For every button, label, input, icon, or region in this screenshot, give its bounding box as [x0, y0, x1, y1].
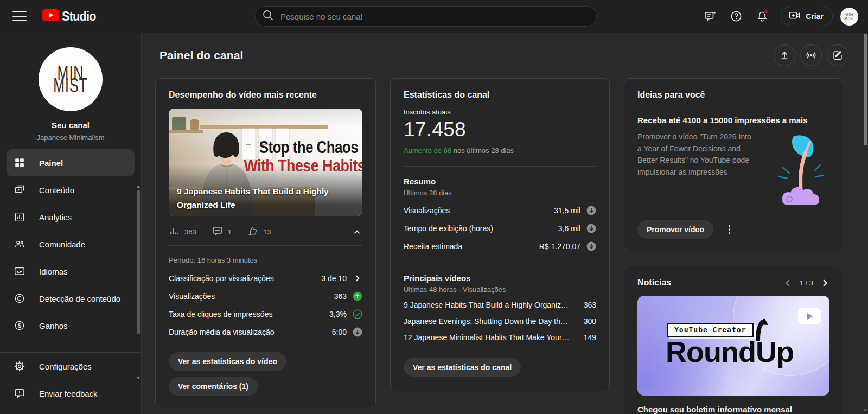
banner-wordmark: RoundUp [666, 335, 794, 368]
page-title: Painel do canal [159, 49, 243, 62]
video-analytics-button[interactable]: Ver as estatísticas do vídeo [169, 352, 286, 371]
upload-video-button[interactable] [774, 44, 795, 66]
trend-down-icon [586, 206, 596, 215]
kebab-menu-icon[interactable] [726, 222, 733, 237]
analytics-icon [13, 211, 26, 224]
thumbnail-headline-black: Stop the Chaos [259, 138, 358, 158]
summary-row-revenue: Receita estimada R$ 1.270,07 [404, 237, 596, 255]
channel-avatar[interactable]: MIN MIST [39, 47, 103, 111]
sidebar: MIN MIST Seu canal Japanese Minimalism P… [0, 33, 142, 414]
chevron-right-icon [353, 273, 362, 283]
settings-gear-icon [13, 360, 26, 373]
latest-video-card: Desempenho do vídeo mais recente [155, 78, 376, 407]
summary-rows: Visualizações 31,5 mil Tempo de exibição… [404, 201, 596, 255]
channel-name: Japanese Minimalism [0, 133, 141, 142]
ideas-actions: Promover vídeo [637, 220, 732, 239]
earnings-icon: $ [13, 319, 26, 332]
sidebar-scroll-down-icon[interactable] [137, 377, 140, 379]
feedback-icon [13, 387, 26, 400]
svg-text:$: $ [18, 323, 21, 329]
ideas-body-text: Promover o vídeo "Turn 2026 Into a Year … [637, 131, 756, 178]
page-scrollbar[interactable] [864, 34, 867, 145]
sidebar-item-painel[interactable]: Painel [7, 149, 135, 176]
send-feedback-icon[interactable] [699, 5, 721, 27]
sidebar-item-feedback[interactable]: Enviar feedback [7, 380, 135, 407]
card-divider [169, 245, 362, 246]
collapse-chevron-up-icon[interactable] [352, 227, 362, 238]
top-videos-title: Principais vídeos [404, 273, 596, 283]
news-banner[interactable]: YouTube Creator RoundUp [637, 296, 829, 396]
search-input[interactable] [280, 12, 590, 21]
ideas-card-title: Ideias para você [637, 90, 829, 100]
subscriber-growth: Aumento de 68 nos últimos 28 dias [404, 147, 596, 155]
sidebar-item-ganhos[interactable]: $ Ganhos [7, 312, 135, 339]
community-icon [13, 238, 26, 251]
notifications-icon[interactable] [751, 5, 773, 27]
video-thumbnail[interactable]: Stop the Chaos With These Habits 9 Japan… [169, 109, 362, 216]
third-column: Ideias para você Receba até 4100 a 15000… [624, 78, 843, 414]
summary-period: Últimos 28 dias [404, 189, 596, 197]
top-video-row[interactable]: Japanese Evenings: Shutting Down the Day… [404, 313, 596, 329]
topbar-actions: Criar MIN MIST [699, 0, 858, 33]
help-icon[interactable] [725, 5, 747, 27]
sprout-illustration [773, 133, 827, 212]
create-video-icon [788, 9, 801, 23]
create-button[interactable]: Criar [781, 7, 833, 26]
card-divider [404, 166, 596, 167]
create-label: Criar [806, 12, 824, 21]
news-pagination: 1 / 3 [783, 278, 829, 288]
video-metrics: Classificação por visualizações 3 de 10 … [169, 269, 362, 341]
news-header: Notícias 1 / 3 [637, 278, 829, 288]
topbar: Studio Criar [0, 0, 868, 33]
news-headline: Chegou seu boletim informativo mensal [637, 405, 829, 414]
summary-row-views: Visualizações 31,5 mil [404, 201, 596, 219]
promote-video-button[interactable]: Promover vídeo [637, 220, 713, 239]
latest-video-card-title: Desempenho do vídeo mais recente [169, 90, 362, 100]
header-actions [774, 44, 848, 66]
main-content: Painel do canal Desempenho do víd [142, 33, 868, 414]
dashboard-icon [13, 156, 26, 169]
views-stat: 363 [169, 226, 196, 238]
video-stats-row: 363 1 13 [169, 226, 362, 238]
sidebar-footer-nav: Configurações Enviar feedback [0, 353, 141, 407]
page-scroll-down-icon[interactable] [864, 409, 867, 412]
sidebar-item-analytics[interactable]: Analytics [7, 203, 135, 231]
sidebar-item-comunidade[interactable]: Comunidade [7, 231, 135, 258]
studio-wordmark: Studio [62, 9, 96, 24]
metric-row-rank[interactable]: Classificação por visualizações 3 de 10 [169, 269, 362, 287]
trend-down-icon [586, 241, 596, 251]
channel-stats-title: Estatísticas do canal [404, 90, 596, 100]
likes-stat: 13 [247, 226, 271, 238]
metric-row-ctr: Taxa de cliques de impressões 3,3% [169, 305, 362, 323]
channel-analytics-button[interactable]: Ver as estatísticas do canal [404, 358, 521, 377]
chevron-right-icon[interactable] [820, 278, 829, 288]
channel-stats-card: Estatísticas do canal Inscritos atuais 1… [390, 78, 610, 391]
dashboard-columns: Desempenho do vídeo mais recente [155, 78, 848, 414]
banner-badge: YouTube Creator [667, 323, 754, 337]
sidebar-scrollbar[interactable] [137, 190, 140, 334]
go-live-button[interactable] [800, 44, 822, 66]
top-video-row[interactable]: 12 Japanese Minimalist Habits That Make … [404, 329, 596, 346]
studio-logo[interactable]: Studio [42, 9, 98, 24]
news-card: Notícias 1 / 3 [624, 266, 843, 414]
sidebar-item-configuracoes[interactable]: Configurações [7, 353, 135, 380]
up-arrow-icon [750, 317, 774, 345]
sidebar-item-idiomas[interactable]: Idiomas [7, 258, 135, 285]
view-comments-button[interactable]: Ver comentários (1) [169, 377, 258, 396]
metric-row-duration: Duração média da visualização 6:00 [169, 323, 362, 341]
youtube-play-badge-icon [798, 308, 821, 324]
menu-icon[interactable] [12, 11, 27, 21]
top-video-row[interactable]: 9 Japanese Habits That Build a Highly Or… [404, 297, 596, 313]
sidebar-item-conteudo[interactable]: Conteúdo [7, 176, 135, 203]
period-label: Período: 16 horas 3 minutos [169, 256, 362, 264]
edit-button[interactable] [827, 44, 848, 66]
sidebar-item-deteccao[interactable]: Detecção de conteúdo [7, 285, 135, 312]
channel-label: Seu canal [0, 120, 141, 130]
top-videos-period: Últimas 48 horas · Visualizações [404, 285, 596, 294]
news-title: Notícias [637, 278, 671, 288]
chevron-left-icon[interactable] [783, 278, 793, 288]
sidebar-scroll-up-icon[interactable] [137, 185, 140, 188]
metric-row-views: Visualizações 363 [169, 287, 362, 305]
top-videos-list: 9 Japanese Habits That Build a Highly Or… [404, 297, 596, 346]
account-avatar[interactable]: MIN MIST [840, 8, 858, 26]
